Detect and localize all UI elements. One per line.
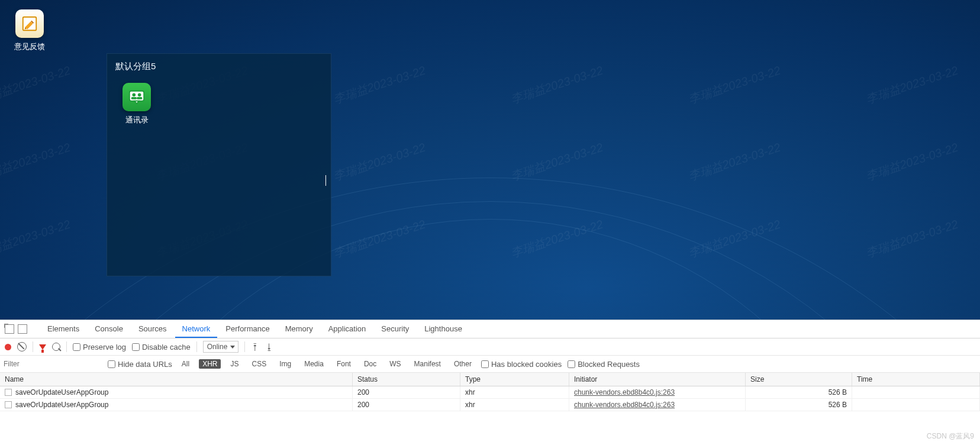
device-toolbar-icon[interactable] (18, 324, 27, 334)
cell-status: 200 (353, 386, 460, 398)
request-type-icon (5, 401, 12, 408)
tab-security[interactable]: Security (374, 321, 416, 338)
tab-application[interactable]: Application (321, 321, 373, 338)
table-row[interactable]: saveOrUpdateUserAppGroup200xhrchunk-vend… (0, 386, 980, 399)
tab-memory[interactable]: Memory (278, 321, 320, 338)
network-table-header: Name Status Type Initiator Size Time (0, 373, 980, 386)
filter-type-font[interactable]: Font (333, 359, 354, 369)
svg-rect-5 (131, 97, 137, 99)
filter-type-doc[interactable]: Doc (360, 359, 380, 369)
watermark: 李瑞益2023-03-22 (864, 63, 960, 108)
search-icon[interactable] (52, 343, 60, 351)
feedback-icon (15, 9, 44, 38)
watermark: 李瑞益2023-03-22 (0, 140, 73, 185)
col-name[interactable]: Name (0, 373, 353, 386)
network-table: Name Status Type Initiator Size Time sav… (0, 373, 980, 445)
svg-point-4 (138, 93, 141, 96)
tab-elements[interactable]: Elements (40, 321, 86, 338)
tab-network[interactable]: Network (175, 321, 218, 338)
blocked-requests-checkbox[interactable]: Blocked Requests (568, 360, 640, 369)
cell-type: xhr (460, 399, 569, 411)
filter-type-js[interactable]: JS (227, 359, 242, 369)
cell-initiator: chunk-vendors.ebd8b4c0.js:263 (569, 386, 746, 398)
cell-time (852, 386, 980, 398)
watermark: 李瑞益2023-03-22 (864, 140, 960, 185)
disable-cache-label: Disable cache (142, 343, 191, 352)
contacts-icon (122, 83, 151, 111)
watermark: 李瑞益2023-03-22 (686, 63, 783, 108)
clear-button[interactable] (17, 342, 27, 352)
hide-data-urls-label: Hide data URLs (118, 360, 172, 369)
watermark-footer: CSDN @蓝风9 (927, 431, 974, 441)
cell-initiator: chunk-vendors.ebd8b4c0.js:263 (569, 399, 746, 411)
group-panel[interactable]: 默认分组5 通讯录 (107, 53, 331, 276)
network-filter-bar: Hide data URLs All XHR JS CSS Img Media … (0, 356, 980, 373)
separator (33, 341, 33, 352)
filter-type-manifest[interactable]: Manifest (411, 359, 444, 369)
filter-toggle-icon[interactable] (39, 344, 46, 350)
watermark: 李瑞益2023-03-22 (331, 140, 428, 185)
watermark: 李瑞益2023-03-22 (509, 140, 605, 185)
desktop-icon-label: 意见反馈 (8, 41, 51, 52)
panel-icon-contacts[interactable]: 通讯录 (115, 83, 158, 125)
watermark: 李瑞益2023-03-22 (864, 217, 960, 262)
cell-name: saveOrUpdateUserAppGroup (0, 399, 353, 411)
tab-sources[interactable]: Sources (131, 321, 174, 338)
desktop-icon-feedback[interactable]: 意见反馈 (8, 9, 51, 52)
col-size[interactable]: Size (746, 373, 852, 386)
filter-type-ws[interactable]: WS (386, 359, 404, 369)
filter-type-other[interactable]: Other (450, 359, 475, 369)
cell-time (852, 399, 980, 411)
cell-status: 200 (353, 399, 460, 411)
watermark: 李瑞益2023-03-22 (0, 217, 73, 262)
export-har-icon[interactable]: ⭳ (265, 342, 273, 352)
separator (244, 341, 245, 352)
svg-point-3 (133, 93, 136, 96)
preserve-log-label: Preserve log (83, 343, 126, 352)
request-type-icon (5, 389, 12, 396)
devtools-tab-bar: Elements Console Sources Network Perform… (0, 320, 980, 338)
preserve-log-checkbox[interactable]: Preserve log (73, 343, 126, 352)
table-row[interactable]: saveOrUpdateUserAppGroup200xhrchunk-vend… (0, 399, 980, 411)
disable-cache-checkbox[interactable]: Disable cache (132, 343, 191, 352)
cell-name: saveOrUpdateUserAppGroup (0, 386, 353, 398)
filter-type-img[interactable]: Img (276, 359, 295, 369)
watermark: 李瑞益2023-03-22 (0, 63, 73, 108)
hide-data-urls-checkbox[interactable]: Hide data URLs (108, 360, 172, 369)
panel-icon-label: 通讯录 (115, 115, 158, 125)
svg-rect-6 (137, 97, 142, 99)
initiator-link[interactable]: chunk-vendors.ebd8b4c0.js:263 (574, 401, 675, 409)
col-initiator[interactable]: Initiator (569, 373, 746, 386)
initiator-link[interactable]: chunk-vendors.ebd8b4c0.js:263 (574, 388, 675, 396)
separator (66, 341, 67, 352)
record-button[interactable] (5, 344, 11, 350)
filter-type-css[interactable]: CSS (248, 359, 270, 369)
filter-input[interactable] (0, 356, 102, 372)
svg-rect-1 (130, 91, 144, 101)
watermark: 李瑞益2023-03-22 (686, 140, 783, 185)
filter-type-media[interactable]: Media (301, 359, 327, 369)
throttling-select[interactable]: Online (203, 341, 239, 353)
watermark: 李瑞益2023-03-22 (509, 63, 605, 108)
has-blocked-cookies-checkbox[interactable]: Has blocked cookies (481, 360, 562, 369)
col-status[interactable]: Status (353, 373, 460, 386)
desktop-area[interactable]: 李瑞益2023-03-22 李瑞益2023-03-22 李瑞益2023-03-2… (0, 0, 980, 320)
filter-type-all[interactable]: All (178, 359, 193, 369)
col-type[interactable]: Type (460, 373, 569, 386)
group-panel-title: 默认分组5 (107, 54, 331, 78)
watermark: 李瑞益2023-03-22 (331, 63, 428, 108)
tab-performance[interactable]: Performance (218, 321, 276, 338)
devtools-panel: Elements Console Sources Network Perform… (0, 320, 980, 445)
separator (196, 341, 197, 352)
network-toolbar: Preserve log Disable cache Online ⭱ ⭳ (0, 338, 980, 356)
import-har-icon[interactable]: ⭱ (251, 342, 259, 352)
filter-type-xhr[interactable]: XHR (199, 359, 221, 369)
blocked-requests-label: Blocked Requests (578, 360, 640, 369)
text-caret (325, 175, 326, 186)
inspect-element-icon[interactable] (5, 324, 14, 334)
has-blocked-cookies-label: Has blocked cookies (491, 360, 562, 369)
tab-console[interactable]: Console (88, 321, 130, 338)
cell-size: 526 B (746, 399, 852, 411)
col-time[interactable]: Time (852, 373, 980, 386)
tab-lighthouse[interactable]: Lighthouse (417, 321, 469, 338)
